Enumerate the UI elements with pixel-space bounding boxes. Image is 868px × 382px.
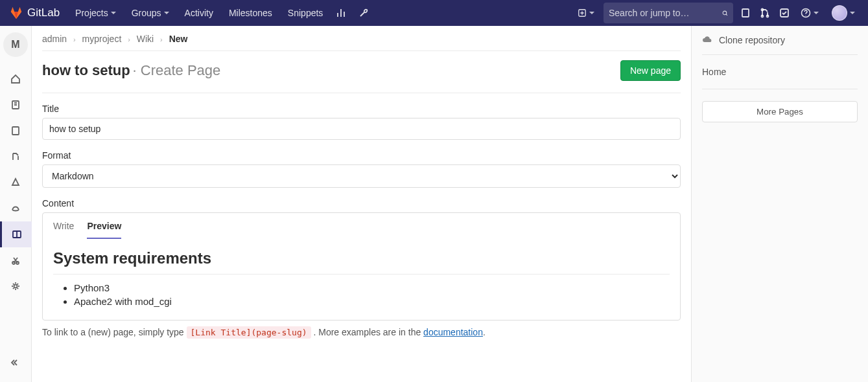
format-select[interactable]: Markdown	[42, 164, 681, 188]
cloud-download-icon	[702, 35, 712, 45]
tab-preview[interactable]: Preview	[87, 221, 121, 239]
wiki-home-link[interactable]: Home	[702, 55, 858, 89]
main-content: admin › myproject › Wiki › New how to se…	[32, 26, 692, 382]
svg-rect-9	[12, 127, 19, 135]
nav-activity[interactable]: Activity	[178, 0, 220, 26]
primary-nav: Projects Groups Activity Milestones Snip…	[69, 0, 373, 26]
preview-item: Python3	[74, 282, 670, 293]
page-subtitle: · Create Page	[133, 62, 221, 79]
side-settings-icon[interactable]	[0, 273, 32, 299]
svg-rect-2	[742, 9, 749, 17]
link-hint: To link to a (new) page, simply type [Li…	[42, 327, 681, 337]
help-dropdown[interactable]	[794, 0, 825, 26]
new-dropdown[interactable]	[571, 0, 601, 26]
nav-metrics-icon[interactable]	[332, 0, 351, 26]
preview-pane: System requirements Python3 Apache2 with…	[43, 239, 680, 320]
brand-text: GitLab	[27, 6, 60, 19]
chevron-down-icon	[589, 12, 594, 14]
page-header: how to setup · Create Page New page	[42, 51, 681, 93]
todos-icon[interactable]	[775, 0, 794, 26]
bc-admin[interactable]: admin	[42, 34, 67, 44]
nav-snippets[interactable]: Snippets	[281, 0, 329, 26]
clone-repository[interactable]: Clone repository	[702, 35, 858, 55]
brand-home[interactable]: GitLab	[4, 6, 65, 20]
content-editor: Write Preview System requirements Python…	[42, 212, 681, 320]
svg-point-13	[14, 285, 18, 288]
more-pages-button[interactable]: More Pages	[702, 101, 858, 122]
search-input[interactable]	[609, 8, 722, 18]
side-home-icon[interactable]	[0, 66, 32, 92]
title-input[interactable]	[42, 118, 681, 140]
global-search[interactable]	[604, 3, 733, 23]
side-ops-icon[interactable]	[0, 196, 32, 221]
side-ci-icon[interactable]	[0, 170, 32, 196]
merge-requests-icon[interactable]	[755, 0, 775, 26]
editor-tabs: Write Preview	[43, 213, 680, 239]
bc-current: New	[169, 34, 188, 44]
wiki-sidebar: Clone repository Home More Pages	[692, 26, 868, 382]
nav-projects[interactable]: Projects	[69, 0, 123, 26]
side-collapse-icon[interactable]	[0, 350, 32, 376]
nav-wrench-icon[interactable]	[354, 0, 373, 26]
nav-milestones[interactable]: Milestones	[222, 0, 279, 26]
user-avatar	[832, 5, 847, 21]
search-icon	[722, 8, 728, 18]
format-label: Format	[42, 150, 681, 161]
hint-code: [Link Title](page-slug)	[187, 326, 311, 339]
preview-item: Apache2 with mod_cgi	[74, 296, 670, 307]
bc-wiki[interactable]: Wiki	[137, 34, 154, 44]
side-issues-icon[interactable]	[0, 118, 32, 144]
nav-groups[interactable]: Groups	[125, 0, 176, 26]
chevron-down-icon	[850, 12, 855, 14]
side-repo-icon[interactable]	[0, 92, 32, 118]
side-wiki-icon[interactable]	[0, 221, 32, 247]
top-header: GitLab Projects Groups Activity Mileston…	[0, 0, 868, 26]
tab-write[interactable]: Write	[53, 221, 74, 239]
plus-icon	[578, 8, 587, 17]
breadcrumb: admin › myproject › Wiki › New	[42, 26, 681, 51]
page-title: how to setup	[42, 62, 130, 79]
side-snippets-icon[interactable]	[0, 247, 32, 273]
documentation-link[interactable]: documentation	[423, 327, 483, 337]
chevron-down-icon	[111, 12, 116, 14]
gitlab-logo-icon	[9, 6, 23, 20]
issues-icon[interactable]	[736, 0, 755, 26]
project-avatar[interactable]: M	[3, 32, 28, 57]
chevron-down-icon	[164, 12, 169, 14]
bc-project[interactable]: myproject	[82, 34, 122, 44]
content-label: Content	[42, 198, 681, 208]
help-icon	[801, 8, 811, 18]
side-mr-icon[interactable]	[0, 144, 32, 170]
preview-heading: System requirements	[53, 249, 670, 275]
user-menu[interactable]	[825, 0, 862, 26]
title-label: Title	[42, 104, 681, 114]
svg-point-1	[723, 11, 727, 15]
chevron-down-icon	[814, 12, 819, 14]
project-sidebar: M	[0, 26, 32, 382]
new-page-button[interactable]: New page	[620, 60, 681, 81]
